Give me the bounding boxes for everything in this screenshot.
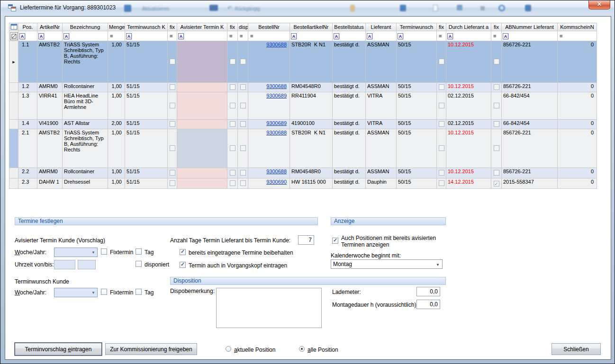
cell-bestellstatus[interactable]: bestätigt d. (333, 41, 366, 83)
cell-menge[interactable]: 1,00 (108, 83, 125, 92)
cell-terminwunsch-k[interactable]: 51/15 (125, 120, 168, 129)
row-selector-cell[interactable] (9, 83, 18, 92)
grid-corner-icon[interactable] (9, 23, 18, 31)
cell-fix2[interactable] (227, 83, 238, 92)
column-header-fix3[interactable]: fix (437, 23, 446, 31)
column-header-fix4[interactable]: fix (491, 23, 502, 31)
cell-terminwunsch-k[interactable]: 51/15 (125, 129, 168, 168)
cell-bezeichnung[interactable]: Rollcontainer (63, 168, 108, 178)
cell-fix1[interactable] (168, 83, 177, 92)
cell-disp[interactable] (238, 83, 248, 92)
cell-durch-lieferant[interactable]: 10.12.2015 (446, 168, 491, 178)
cell-fix3[interactable] (437, 178, 446, 189)
uhrzeit-von-input[interactable] (54, 260, 75, 269)
bestellnr-link[interactable]: 9300689 (266, 93, 287, 98)
cell-fix1[interactable] (168, 92, 177, 120)
cell-terminwunsch[interactable]: 50/15 (397, 168, 437, 178)
cell-kommschein[interactable]: 0 (558, 41, 597, 83)
cell-durch-lieferant[interactable]: 10.12.2015 (446, 41, 491, 83)
filter-bestellstatus[interactable]: A (333, 31, 366, 41)
cell-fix4[interactable] (491, 83, 502, 92)
cell-abnummer[interactable]: 856726-221 (502, 168, 558, 178)
cell-bezeichnung[interactable]: Rollcontainer (63, 83, 108, 92)
filter-menge[interactable]: = (108, 31, 125, 41)
bestellnr-link[interactable]: 9300688 (266, 83, 287, 89)
filter-terminwunsch[interactable]: A (397, 31, 437, 41)
cell-kommschein[interactable]: 0 (558, 129, 597, 168)
column-header-disp[interactable]: disp. (238, 23, 248, 31)
column-header-bestellartikelnr[interactable]: BestellartikelNr (290, 23, 333, 31)
cell-menge[interactable]: 1,00 (108, 41, 125, 83)
cell-fix1[interactable] (168, 178, 177, 189)
cell-fix2[interactable] (227, 120, 238, 129)
cell-fix3[interactable] (437, 92, 446, 120)
cell-bestellstatus[interactable]: bestätigt d. (333, 129, 366, 168)
cell-abnummer[interactable]: 856726-221 (502, 41, 558, 83)
cell-fix1[interactable] (168, 129, 177, 168)
column-header-lieferant[interactable]: Lieferant (366, 23, 397, 31)
cell-durch-lieferant[interactable]: 02.12.2015 (446, 120, 491, 129)
termine-beibehalten-checkbox[interactable]: ✓ (180, 249, 186, 255)
cell-bestellartikelnr[interactable]: STB20R K N1 (290, 129, 333, 168)
cell-bestellstatus[interactable]: bestätigt d. (333, 120, 366, 129)
cell-kommschein[interactable]: 0 (558, 92, 597, 120)
fixtermin-checkbox2[interactable] (101, 289, 107, 295)
cell-abnummer[interactable]: 856726-221 (502, 83, 558, 92)
cell-lieferant[interactable]: ASSMAN (366, 41, 397, 83)
cell-disp[interactable] (238, 120, 248, 129)
schliessen-button[interactable]: Schließen (552, 343, 601, 355)
cell-fix3[interactable] (437, 41, 446, 83)
woche-jahr-combo2[interactable]: ▼ (54, 288, 98, 297)
row-selector-cell[interactable]: ► (9, 41, 18, 83)
cell-avisierter-termin[interactable] (177, 92, 227, 120)
cell-artikelnr[interactable]: AMRM0 (37, 168, 63, 178)
column-header-abnummer[interactable]: ABNummer Lieferant (502, 23, 558, 31)
cell-disp[interactable] (238, 92, 248, 120)
cell-fix2[interactable] (227, 41, 238, 83)
vorgangskopf-checkbox[interactable]: ✓ (180, 262, 186, 268)
filter-kommschein[interactable]: = (558, 31, 597, 41)
cell-lieferant[interactable]: ASSMAN (366, 129, 397, 168)
cell-durch-lieferant[interactable]: 10.12.2015 (446, 129, 491, 168)
bestellnr-link[interactable]: 9300689 (266, 120, 287, 126)
cell-artikelnr[interactable]: VI41900 (37, 120, 63, 129)
cell-menge[interactable]: 1,00 (108, 92, 125, 120)
column-header-bestellnr[interactable]: BestellNr (248, 23, 290, 31)
cell-fix1[interactable] (168, 120, 177, 129)
terminvorschlag-eintragen-button[interactable]: Terminvorschlag eintragen (15, 343, 102, 355)
cell-fix3[interactable] (437, 168, 446, 178)
cell-fix2[interactable] (227, 178, 238, 189)
filter-fix3[interactable]: = (437, 31, 446, 41)
column-header-fix2[interactable]: fix (227, 23, 238, 31)
cell-bestellartikelnr[interactable]: 41900100 (290, 120, 333, 129)
filter-avisierter[interactable]: A (177, 31, 227, 41)
cell-durch-lieferant[interactable]: 02.12.2015 (446, 92, 491, 120)
cell-pos[interactable]: 1.4 (18, 120, 37, 129)
cell-kommschein[interactable]: 0 (558, 168, 597, 178)
cell-disp[interactable] (238, 168, 248, 178)
cell-disp[interactable] (238, 178, 248, 189)
cell-avisierter-termin[interactable] (177, 83, 227, 92)
cell-bezeichnung[interactable]: TriASS System Schreibtisch, Typ B, Ausfü… (63, 41, 108, 83)
cell-fix3[interactable] (437, 120, 446, 129)
cell-fix4[interactable] (491, 92, 502, 120)
disponiert-checkbox[interactable] (136, 261, 142, 267)
cell-abnummer[interactable]: 66-842/454 (502, 120, 558, 129)
cell-avisierter-termin[interactable] (177, 178, 227, 189)
cell-menge[interactable]: 2,00 (108, 120, 125, 129)
cell-disp[interactable] (238, 41, 248, 83)
cell-lieferant[interactable]: Dauphin (366, 178, 397, 189)
cell-artikelnr[interactable]: DAHW 1 (37, 178, 63, 189)
cell-lieferant[interactable]: ASSMAN (366, 83, 397, 92)
row-selector-cell[interactable] (9, 120, 18, 129)
woche-jahr-combo[interactable]: ▼ (54, 248, 98, 257)
filter-corner[interactable] (9, 31, 18, 41)
montagedauer-input[interactable] (416, 300, 440, 309)
tag-checkbox2[interactable] (136, 289, 142, 295)
cell-fix1[interactable] (168, 41, 177, 83)
cell-fix4[interactable] (491, 129, 502, 168)
cell-bezeichnung[interactable]: AST Allstar (63, 120, 108, 129)
column-header-fix1[interactable]: fix (168, 23, 177, 31)
column-header-kommschein[interactable]: KommscheinN (558, 23, 597, 31)
fixtermin-checkbox[interactable] (101, 249, 107, 255)
